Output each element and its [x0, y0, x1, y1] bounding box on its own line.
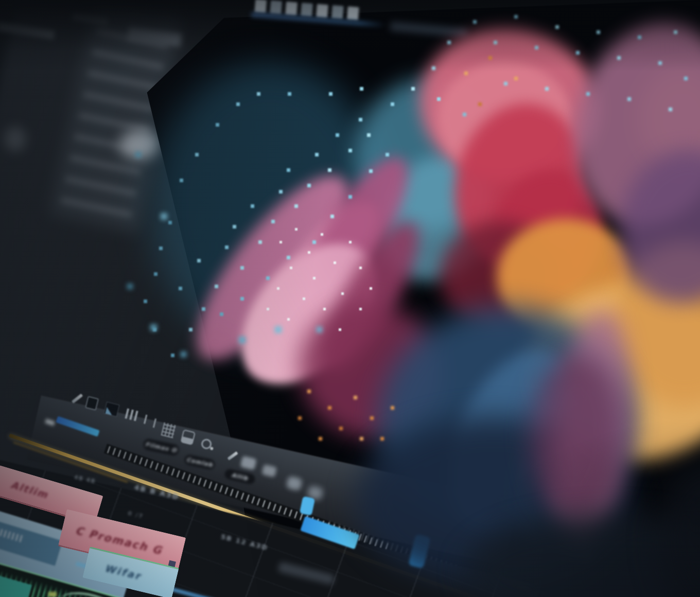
brush-icon[interactable] — [227, 451, 238, 461]
blurred-button[interactable] — [240, 455, 256, 470]
top-tab[interactable] — [331, 5, 344, 20]
blurred-button[interactable] — [261, 464, 277, 478]
clip-label: Wifar — [103, 562, 143, 582]
editing-workstation-photo: Filmax O Comlab Allib 4B B A3D 5B 12 A3D… — [0, 0, 700, 597]
divider-tick-icon — [144, 415, 147, 424]
marker-dot — [48, 592, 57, 597]
mask-icon[interactable] — [85, 396, 99, 411]
clip-label: Altlim — [10, 479, 50, 500]
top-tab[interactable] — [254, 0, 267, 13]
thumbnail-triangle — [106, 407, 114, 415]
top-tab[interactable] — [285, 2, 297, 16]
top-tab[interactable] — [301, 3, 313, 17]
particle-maroon-shadow — [530, 355, 623, 520]
particle-specks-topright — [0, 0, 1, 1]
sliders-icon[interactable] — [125, 408, 138, 421]
grid-view-icon[interactable] — [161, 423, 177, 438]
top-tab[interactable] — [270, 0, 282, 14]
panel-icon[interactable] — [180, 429, 196, 445]
blurred-button[interactable] — [286, 476, 303, 491]
record-circle-icon[interactable] — [200, 438, 213, 450]
top-tab[interactable] — [316, 4, 328, 19]
top-tab[interactable] — [347, 6, 359, 21]
record-dot — [210, 447, 214, 450]
divider-tick-icon — [153, 418, 156, 428]
bokeh-highlight — [119, 130, 160, 160]
bokeh-highlight — [4, 127, 26, 151]
clip-label: C Promach G — [74, 524, 164, 557]
thumbnail-icon[interactable] — [103, 401, 119, 417]
